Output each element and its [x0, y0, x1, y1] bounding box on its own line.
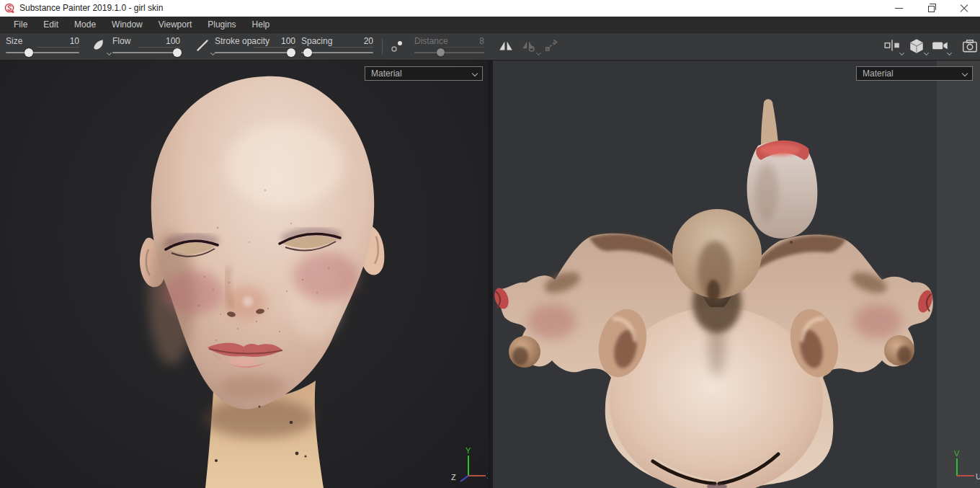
- stroke-opacity-control: Stroke opacity 100: [215, 36, 295, 58]
- flow-value[interactable]: 100: [138, 36, 180, 48]
- menu-edit[interactable]: Edit: [35, 17, 66, 32]
- axis-z-label: Z: [451, 473, 456, 482]
- spacing-dots-icon: [390, 39, 404, 53]
- menu-viewport[interactable]: Viewport: [151, 17, 200, 32]
- axis-v-label: V: [954, 450, 960, 458]
- distance-control: Distance 8: [414, 36, 484, 58]
- axis-gizmo-2d: V U: [948, 450, 980, 483]
- menubar: File Edit Mode Window Viewport Plugins H…: [0, 17, 980, 33]
- distance-value: 8: [442, 36, 484, 48]
- symmetry-icon: [497, 37, 514, 55]
- minimize-icon: [895, 8, 903, 9]
- flow-slider-track: [112, 52, 180, 53]
- viewport-2d-canvas[interactable]: [493, 61, 980, 488]
- display-split-view-button[interactable]: [883, 37, 902, 56]
- pencil-stroke-icon: [195, 37, 210, 53]
- axis-u-label: U: [976, 472, 980, 481]
- spacing-slider-thumb[interactable]: [303, 48, 312, 57]
- window-title: Substance Painter 2019.1.0 - girl skin: [19, 3, 163, 13]
- chevron-down-icon: [472, 71, 478, 76]
- size-control: Size 10: [6, 36, 79, 58]
- menu-mode[interactable]: Mode: [66, 17, 104, 32]
- flow-slider[interactable]: [112, 48, 180, 57]
- brush-toolbar: Size 10 Flow 100: [0, 33, 980, 61]
- axis-y-label: Y: [466, 447, 471, 455]
- viewport-splitter[interactable]: [488, 61, 493, 488]
- size-slider[interactable]: [6, 48, 79, 57]
- spacing-slider-track: [301, 52, 373, 53]
- viewport-3d-canvas[interactable]: [0, 61, 488, 488]
- stroke-opacity-slider-track: [215, 52, 295, 53]
- camera-view-button[interactable]: [931, 37, 950, 56]
- distance-slider-thumb: [437, 48, 445, 56]
- material-select-3d-value: Material: [371, 68, 402, 79]
- spacing-value[interactable]: 20: [331, 36, 373, 48]
- menu-window[interactable]: Window: [104, 17, 151, 32]
- distance-slider: [414, 48, 484, 57]
- menu-help[interactable]: Help: [244, 17, 278, 32]
- viewport-3d[interactable]: Material Y X Z: [0, 61, 488, 488]
- pencil-preset-button[interactable]: [195, 37, 213, 56]
- symmetry-button[interactable]: [497, 37, 516, 56]
- spacing-distance-toggle-button[interactable]: [390, 39, 409, 58]
- lazy-mouse-button[interactable]: [544, 37, 563, 56]
- screenshot-button[interactable]: [961, 37, 980, 56]
- stroke-opacity-value[interactable]: 100: [254, 36, 295, 48]
- distance-slider-track: [414, 52, 484, 53]
- size-value[interactable]: 10: [37, 36, 79, 48]
- menu-file[interactable]: File: [6, 17, 35, 32]
- material-select-2d-value: Material: [863, 68, 894, 79]
- stroke-opacity-slider-thumb[interactable]: [287, 48, 295, 57]
- spacing-control: Spacing 20: [301, 36, 373, 58]
- spacing-label: Spacing: [301, 36, 332, 46]
- cube-icon: [908, 37, 925, 55]
- material-select-3d[interactable]: Material: [365, 66, 483, 81]
- toolbar-separator: [382, 39, 383, 55]
- menu-plugins[interactable]: Plugins: [200, 17, 244, 32]
- stroke-opacity-slider[interactable]: [215, 48, 295, 57]
- close-icon: [959, 4, 969, 14]
- material-select-2d[interactable]: Material: [856, 66, 973, 81]
- chevron-down-icon: [107, 50, 112, 56]
- photo-camera-icon: [961, 37, 979, 55]
- lazy-mouse-icon: [544, 37, 560, 53]
- substance-painter-window: Substance Painter 2019.1.0 - girl skin F…: [0, 0, 980, 488]
- size-slider-thumb[interactable]: [24, 48, 33, 57]
- chevron-down-icon: [962, 71, 968, 76]
- flow-control: Flow 100: [112, 36, 180, 58]
- minimize-button[interactable]: [883, 0, 915, 17]
- close-button[interactable]: [948, 0, 980, 17]
- symmetry-settings-icon: [520, 37, 538, 55]
- viewport-2d[interactable]: Material V U: [493, 61, 980, 488]
- titlebar: Substance Painter 2019.1.0 - girl skin: [0, 0, 980, 17]
- restore-icon: [928, 6, 935, 12]
- projection-3d-button[interactable]: [908, 37, 927, 56]
- flow-label: Flow: [112, 36, 130, 46]
- window-controls: [883, 0, 980, 17]
- symmetry-settings-button[interactable]: [520, 37, 539, 56]
- split-view-icon: [883, 37, 901, 55]
- flow-slider-thumb[interactable]: [173, 48, 182, 57]
- substance-painter-logo-icon: [4, 3, 15, 14]
- brush-preset-button[interactable]: [91, 37, 110, 56]
- brush-tip-icon: [91, 37, 107, 53]
- restore-button[interactable]: [915, 0, 948, 17]
- spacing-slider[interactable]: [301, 48, 373, 57]
- size-slider-track: [6, 52, 79, 53]
- size-label: Size: [6, 36, 22, 46]
- axis-gizmo-3d: Y X Z: [447, 447, 488, 487]
